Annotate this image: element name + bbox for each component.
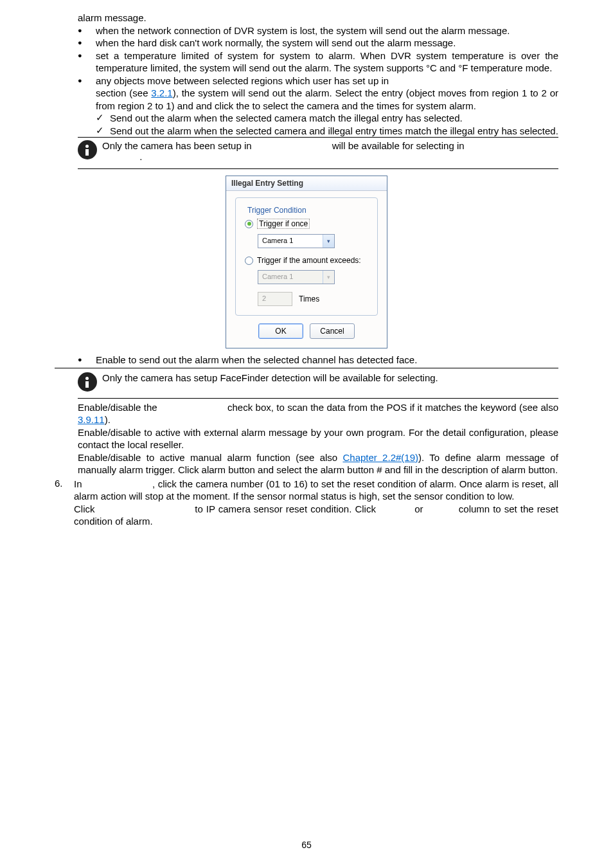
select-value: Camera 1 <box>258 235 323 248</box>
select-camera-amount: Camera 1 ▾ <box>258 270 335 284</box>
check-amount: Send out the alarm when the selected cam… <box>110 125 558 138</box>
link-3-9-11[interactable]: 3.9.11 <box>78 414 105 425</box>
check-icon: ✓ <box>96 125 110 136</box>
info-icon <box>78 140 97 159</box>
bullet-icon: ● <box>78 75 96 84</box>
dialog-title: Illegal Entry Setting <box>226 176 387 191</box>
radio-trigger-amount[interactable] <box>245 257 253 265</box>
bullet-illegal: any objects move between selected region… <box>96 75 558 113</box>
label-trigger-once: Trigger if once <box>257 219 310 229</box>
bullet-icon: ● <box>78 24 96 34</box>
bullet-netdown: when the network connection of DVR syste… <box>96 24 558 37</box>
bullet-icon: ● <box>78 37 96 46</box>
check-once: Send out the alarm when the selected cam… <box>110 112 558 125</box>
para-enable-pos: Enable/disable the check box, to scan th… <box>78 401 558 426</box>
illegal-entry-dialog: Illegal Entry Setting Trigger Condition … <box>226 176 387 348</box>
select-value-disabled: Camera 1 <box>258 271 323 284</box>
info-text-1: Only the camera has been setup in will b… <box>102 140 558 162</box>
line-alarm: alarm message. <box>78 12 558 24</box>
item-6-body: In , click the camera number (01 to 16) … <box>74 478 558 528</box>
para-enable-ext: Enable/disable to active with external a… <box>78 426 558 451</box>
bullet-face: Enable to send out the alarm when the se… <box>96 354 558 366</box>
fieldset-legend: Trigger Condition <box>245 206 309 215</box>
check-icon: ✓ <box>96 112 110 123</box>
list-number-6: 6. <box>55 478 74 528</box>
times-label: Times <box>299 294 319 303</box>
label-trigger-amount: Trigger if the amount exceeds: <box>257 256 361 265</box>
bullet-temp: set a temperature limited of system for … <box>96 50 558 75</box>
link-3-2-1[interactable]: 3.2.1 <box>151 87 172 98</box>
bullet-icon: ● <box>78 354 96 363</box>
bullet-disk: when the hard disk can't work normally, … <box>96 37 558 50</box>
cancel-button[interactable]: Cancel <box>310 323 355 339</box>
info-icon <box>78 372 97 392</box>
dropdown-arrow-icon: ▾ <box>323 235 334 248</box>
radio-trigger-once[interactable] <box>245 220 253 228</box>
info-text-2: Only the camera has setup FaceFinder det… <box>102 372 558 383</box>
para-enable-manual: Enable/disable to active manual alarm fu… <box>78 451 558 476</box>
link-chapter-2-2-19[interactable]: Chapter 2.2#(19) <box>342 452 418 463</box>
select-camera-once[interactable]: Camera 1 ▾ <box>258 234 335 248</box>
bullet-icon: ● <box>78 50 96 59</box>
times-input: 2 <box>258 292 292 306</box>
dropdown-arrow-icon: ▾ <box>323 271 334 284</box>
page-number: 65 <box>0 840 613 850</box>
ok-button[interactable]: OK <box>258 323 303 339</box>
